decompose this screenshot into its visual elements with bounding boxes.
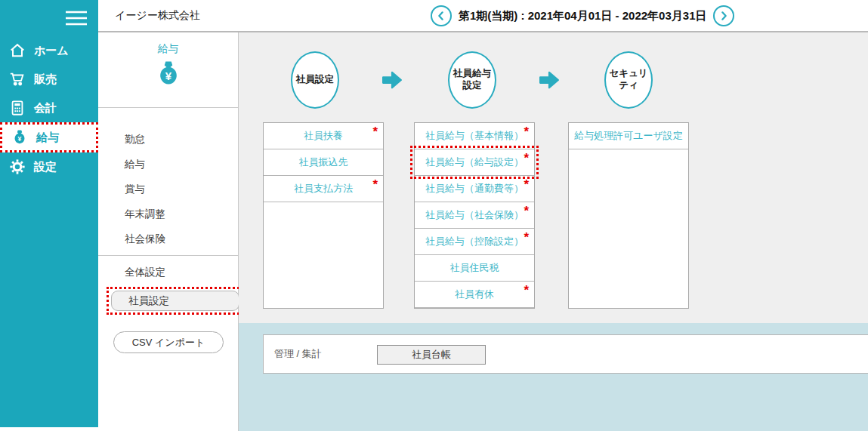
module-menu-item-bonus[interactable]: 賞与 bbox=[98, 177, 238, 202]
svg-text:¥: ¥ bbox=[18, 135, 22, 143]
required-asterisk: * bbox=[524, 230, 529, 245]
module-menu-item-attendance[interactable]: 勤怠 bbox=[98, 127, 238, 152]
sidebar-divider bbox=[98, 255, 238, 256]
menu-item-payroll-permission-users[interactable]: 給与処理許可ユーザ設定 bbox=[569, 123, 688, 149]
bottom-panel: 管理 / 集計 社員台帳 bbox=[239, 323, 868, 431]
sidebar-item-payroll[interactable]: ¥ 給与 bbox=[0, 122, 98, 152]
chevron-right-icon bbox=[718, 10, 730, 22]
hamburger-icon[interactable] bbox=[63, 9, 89, 27]
employee-salary-setup-menu: 社員給与（基本情報） * 社員給与（給与設定） * 社員給与（通勤費等） * 社… bbox=[414, 122, 535, 309]
settings-group: 全体設定 社員設定 bbox=[98, 260, 238, 315]
flow-step-security: セキュリティ bbox=[604, 51, 653, 109]
home-icon bbox=[9, 42, 26, 59]
required-asterisk: * bbox=[524, 151, 529, 166]
menu-item-label: 社員給与（社会保険） bbox=[425, 208, 524, 222]
menu-item-label: 社員給与（給与設定） bbox=[425, 155, 524, 169]
flow-step-employee-setup: 社員設定 bbox=[291, 51, 339, 109]
employee-ledger-button[interactable]: 社員台帳 bbox=[377, 345, 486, 365]
module-menu: 勤怠 給与 賞与 年末調整 社会保険 bbox=[98, 127, 238, 251]
menu-item-label: 社員住民税 bbox=[450, 261, 499, 275]
sidebar-item-label: ホーム bbox=[34, 44, 69, 58]
calculator-icon bbox=[9, 100, 26, 116]
cart-icon bbox=[9, 71, 26, 88]
module-menu-item-social-insurance[interactable]: 社会保険 bbox=[98, 226, 238, 251]
arrow-right-icon bbox=[381, 70, 403, 90]
moneybag-icon: ¥ bbox=[155, 60, 182, 88]
menu-item-paid-leave[interactable]: 社員有休 * bbox=[415, 282, 534, 308]
required-asterisk: * bbox=[372, 177, 378, 192]
menu-item-salary-settings[interactable]: 社員給与（給与設定） * bbox=[415, 149, 534, 176]
menu-item-employee-dependents[interactable]: 社員扶養 * bbox=[264, 123, 383, 149]
menu-item-label: 社員支払方法 bbox=[294, 182, 353, 195]
main-content: 社員設定 社員給与 設定 セキュリティ 社員扶養 * 社員振込先 bbox=[239, 32, 868, 431]
module-sidebar: 給与 ¥ 勤怠 給与 賞与 年末調整 社会保険 全体設定 社員設定 CSV イン… bbox=[98, 32, 239, 431]
gear-icon bbox=[9, 159, 26, 175]
management-section-label: 管理 / 集計 bbox=[274, 347, 322, 361]
app-nav: ホーム 販売 bbox=[0, 36, 98, 181]
sidebar-item-label: 設定 bbox=[34, 160, 57, 174]
sidebar-item-home[interactable]: ホーム bbox=[0, 36, 98, 65]
highlight-outline: 社員設定 bbox=[107, 287, 244, 315]
sidebar-item-sales[interactable]: 販売 bbox=[0, 65, 98, 94]
flow-step-label: セキュリティ bbox=[606, 68, 651, 91]
required-asterisk: * bbox=[524, 204, 529, 219]
menu-item-resident-tax[interactable]: 社員住民税 bbox=[415, 255, 534, 282]
menu-item-salary-basic-info[interactable]: 社員給与（基本情報） * bbox=[415, 123, 534, 149]
sidebar-item-label: 販売 bbox=[34, 72, 57, 87]
svg-text:¥: ¥ bbox=[165, 69, 171, 82]
company-name: イージー株式会社 bbox=[115, 9, 200, 23]
top-header: イージー株式会社 第1期(当期) : 2021年04月01日 - 2022年03… bbox=[98, 0, 868, 32]
menu-item-employee-bank-transfer[interactable]: 社員振込先 bbox=[264, 149, 383, 176]
menu-item-label: 給与処理許可ユーザ設定 bbox=[574, 129, 683, 143]
employee-setup-menu: 社員扶養 * 社員振込先 社員支払方法 * bbox=[263, 122, 384, 309]
period-label: 第1期(当期) : 2021年04月01日 - 2022年03月31日 bbox=[459, 9, 706, 23]
prev-period-button[interactable] bbox=[431, 5, 452, 26]
menu-item-label: 社員給与（基本情報） bbox=[425, 129, 524, 143]
app-sidebar: ホーム 販売 bbox=[0, 0, 98, 427]
app-window: ホーム 販売 bbox=[0, 0, 868, 431]
flow-step-label: 社員給与 bbox=[453, 68, 491, 80]
menu-item-label: 社員扶養 bbox=[304, 129, 343, 143]
flow-step-label: 社員設定 bbox=[296, 74, 334, 86]
menu-item-label: 社員給与（控除設定） bbox=[425, 235, 524, 248]
module-menu-item-salary[interactable]: 給与 bbox=[98, 152, 238, 177]
moneybag-icon: ¥ bbox=[11, 129, 28, 146]
flow-step-label: 設定 bbox=[463, 80, 482, 92]
required-asterisk: * bbox=[372, 125, 378, 140]
csv-import-button[interactable]: CSV インポート bbox=[113, 331, 224, 353]
module-title: 給与 bbox=[98, 42, 238, 56]
menu-item-salary-deductions[interactable]: 社員給与（控除設定） * bbox=[415, 229, 534, 255]
sidebar-item-label: 給与 bbox=[36, 131, 59, 145]
period-navigator: 第1期(当期) : 2021年04月01日 - 2022年03月31日 bbox=[431, 5, 734, 26]
required-asterisk: * bbox=[524, 283, 529, 298]
required-asterisk: * bbox=[524, 125, 529, 140]
menu-item-employee-payment-method[interactable]: 社員支払方法 * bbox=[264, 176, 383, 202]
menu-item-salary-commuting[interactable]: 社員給与（通勤費等） * bbox=[415, 176, 534, 202]
menu-item-label: 社員振込先 bbox=[299, 155, 348, 169]
next-period-button[interactable] bbox=[713, 5, 734, 26]
module-menu-item-year-end[interactable]: 年末調整 bbox=[98, 202, 238, 226]
flow-step-employee-salary-setup: 社員給与 設定 bbox=[448, 51, 496, 109]
sidebar-item-settings[interactable]: 設定 bbox=[0, 152, 98, 181]
security-menu: 給与処理許可ユーザ設定 bbox=[568, 122, 689, 309]
sidebar-item-accounting[interactable]: 会計 bbox=[0, 94, 98, 122]
management-bar: 管理 / 集計 社員台帳 bbox=[263, 334, 868, 374]
menu-item-salary-social-insurance[interactable]: 社員給与（社会保険） * bbox=[415, 202, 534, 229]
sidebar-item-label: 会計 bbox=[34, 101, 57, 115]
menu-item-label: 社員有休 bbox=[455, 288, 494, 301]
module-menu-item-employee-settings[interactable]: 社員設定 bbox=[111, 291, 239, 311]
required-asterisk: * bbox=[524, 177, 529, 192]
module-menu-item-global-settings[interactable]: 全体設定 bbox=[98, 260, 238, 285]
arrow-right-icon bbox=[538, 70, 561, 90]
module-header: 給与 ¥ bbox=[98, 32, 238, 108]
menu-item-label: 社員給与（通勤費等） bbox=[425, 182, 524, 195]
chevron-left-icon bbox=[435, 10, 447, 22]
